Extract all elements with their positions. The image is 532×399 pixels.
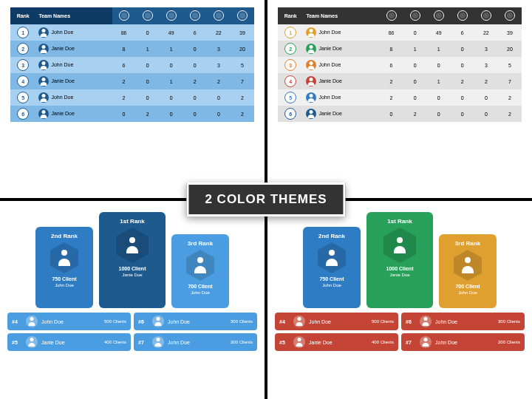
avatar-hex (116, 228, 149, 263)
rank-card-2: 2nd Rank 750 Client John Doe (35, 227, 93, 308)
tag-icon (237, 10, 248, 21)
calendar-icon (410, 10, 420, 21)
col-rank: Rank (278, 7, 303, 24)
stat-cell: 2 (498, 89, 522, 106)
avatar-icon (38, 27, 49, 38)
stat-cell: 6 (183, 24, 207, 41)
avatar-icon (306, 27, 316, 38)
avatar-icon (38, 92, 49, 103)
table-row: 1 John Doe 8604962239 (278, 24, 522, 41)
rank-label: 3rd Rank (442, 240, 494, 247)
avatar-hex (383, 228, 416, 263)
avatar-hex (186, 250, 214, 281)
stat-cell: 2 (380, 73, 403, 89)
stat-cell: 0 (207, 106, 231, 122)
stat-cell: 22 (207, 24, 231, 41)
medal-icon: 6 (17, 108, 29, 120)
rank-label: 2nd Rank (38, 233, 90, 239)
rank-number: #6 (406, 319, 416, 324)
rank-label: 3rd Rank (174, 240, 226, 247)
table-row: 1 John Doe 8604962239 (10, 24, 254, 41)
table-row: 3 John Doe 600035 (278, 57, 522, 73)
avatar-icon (306, 44, 316, 54)
avatar-icon (38, 60, 49, 70)
team-name: Janie Doe (51, 111, 75, 116)
table-row: 4 Janie Doe 201227 (278, 73, 522, 89)
stat-cell: 0 (451, 106, 474, 122)
stat-cell: 0 (183, 89, 207, 106)
theme-blue-podium: 2nd Rank 750 Client John Doe 1st Rank 10… (0, 201, 265, 399)
avatar-icon (420, 316, 432, 327)
stat-cell: 8 (112, 41, 136, 57)
team-name: Janie Doe (318, 46, 342, 51)
client-count: 400 Clients (104, 340, 126, 344)
stat-cell: 3 (474, 41, 498, 57)
avatar-icon (26, 316, 38, 327)
rank-card-3: 3rd Rank 700 Client John Doe (439, 234, 497, 308)
stat-cell: 2 (231, 89, 254, 106)
rank-number: #5 (12, 340, 22, 345)
theme-dark-table: Rank Team Names 1 John Doe 86049622392 J… (267, 0, 532, 198)
rank-label: 2nd Rank (306, 233, 358, 239)
stat-cell: 0 (160, 89, 183, 106)
title-badge: 2 COLOR THEMES (186, 183, 345, 216)
stat-cell: 86 (112, 24, 136, 41)
stat-cell: 0 (160, 57, 183, 73)
stat-cell: 20 (498, 41, 522, 57)
table-row: 5 John Doe 200002 (10, 89, 254, 106)
person-icon (392, 237, 408, 253)
stat-cell: 1 (427, 41, 451, 57)
avatar-icon (306, 60, 316, 70)
stat-cell: 49 (160, 24, 183, 41)
stat-cell: 39 (498, 24, 522, 41)
stat-cell: 0 (427, 89, 451, 106)
client-count: 700 Client (174, 284, 226, 289)
leaderboard-table: Rank Team Names 1 John Doe 86049622392 J… (10, 7, 254, 122)
person-name: Janie Doe (309, 340, 368, 345)
client-count: 300 Clients (231, 319, 253, 324)
chat-icon (119, 10, 129, 21)
leaderboard-table: Rank Team Names 1 John Doe 86049622392 J… (278, 7, 522, 122)
stat-cell: 0 (474, 89, 498, 106)
team-name: John Doe (51, 62, 73, 67)
avatar-hex (318, 242, 346, 273)
list-item: #6 John Doe 300 Clients (401, 313, 525, 330)
avatar-icon (306, 76, 316, 86)
client-count: 700 Client (442, 284, 494, 289)
avatar-icon (38, 44, 49, 54)
stat-cell: 0 (451, 57, 474, 73)
stat-cell: 6 (112, 57, 136, 73)
stat-cell: 2 (498, 106, 522, 122)
client-count: 1000 Client (369, 266, 430, 271)
table-row: 2 Janie Doe 8110320 (278, 41, 522, 57)
stat-cell: 2 (380, 89, 403, 106)
stat-cell: 0 (183, 41, 207, 57)
person-name: Janie Doe (102, 273, 163, 277)
client-count: 500 Clients (372, 319, 394, 324)
rank-number: #6 (138, 319, 149, 324)
avatar-icon (293, 316, 305, 327)
person-name: Janie Doe (41, 340, 100, 345)
team-name: John Doe (318, 62, 341, 67)
list-item: #4 John Doe 500 Clients (7, 313, 131, 330)
rank-number: #4 (279, 319, 290, 324)
stat-cell: 7 (231, 73, 254, 89)
stat-cell: 0 (403, 24, 427, 41)
medal-icon: 1 (284, 27, 296, 38)
team-name: John Doe (318, 30, 341, 35)
team-name: Janie Doe (51, 46, 75, 51)
medal-icon: 6 (284, 108, 296, 120)
list-item: #4 John Doe 500 Clients (275, 313, 398, 330)
user-icon (457, 10, 468, 21)
stat-cell: 6 (451, 24, 474, 41)
rank-card-1: 1st Rank 1000 Client Janie Doe (366, 212, 433, 308)
stat-cell: 0 (136, 57, 160, 73)
rank-number: #7 (406, 340, 416, 345)
person-name: John Doe (174, 290, 226, 295)
avatar-icon (420, 336, 432, 348)
stat-cell: 2 (112, 89, 136, 106)
rank-number: #7 (138, 340, 149, 345)
stat-cell: 0 (451, 89, 474, 106)
medal-icon: 2 (284, 43, 296, 55)
person-icon (460, 257, 476, 273)
